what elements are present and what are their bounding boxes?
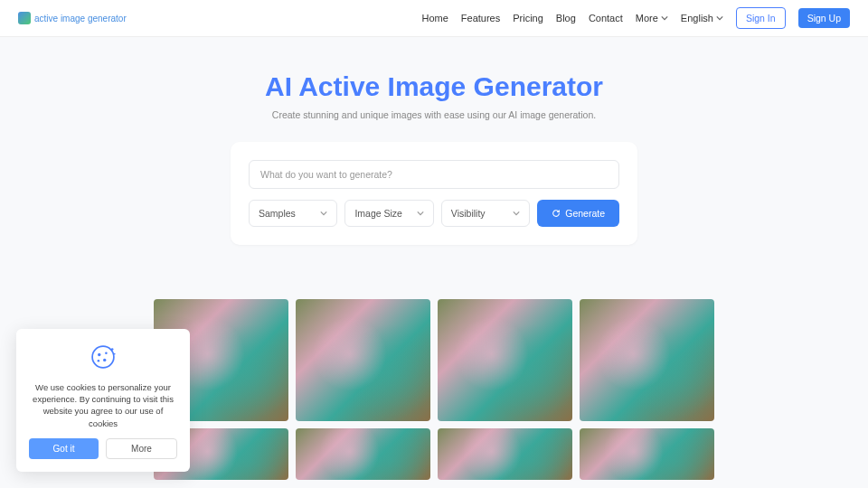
cookie-text: We use cookies to personalize your exper…	[29, 381, 177, 429]
nav-pricing[interactable]: Pricing	[513, 13, 543, 23]
header: active image generator Home Features Pri…	[0, 0, 868, 37]
visibility-select[interactable]: Visibility	[441, 200, 530, 227]
chevron-down-icon	[513, 210, 520, 217]
nav: Home Features Pricing Blog Contact More …	[421, 7, 850, 29]
gallery-thumb[interactable]	[438, 299, 572, 421]
samples-select[interactable]: Samples	[249, 200, 337, 227]
gallery-thumb[interactable]	[580, 299, 714, 421]
samples-label: Samples	[259, 208, 296, 219]
cookie-icon	[88, 342, 118, 372]
gallery-thumb[interactable]	[580, 428, 714, 480]
prompt-card: Samples Image Size Visibility Generate	[231, 142, 637, 245]
svg-point-1	[98, 353, 100, 356]
hero: AI Active Image Generator Create stunnin…	[0, 37, 868, 263]
nav-language[interactable]: English	[681, 13, 723, 23]
imagesize-select[interactable]: Image Size	[344, 200, 433, 227]
gallery-thumb[interactable]	[438, 428, 572, 480]
visibility-label: Visibility	[451, 208, 486, 219]
logo-text: active image generator	[34, 14, 127, 23]
header-inner: active image generator Home Features Pri…	[0, 0, 868, 36]
nav-language-label: English	[681, 13, 713, 23]
imagesize-label: Image Size	[354, 208, 402, 219]
cookie-gotit-button[interactable]: Got it	[29, 438, 99, 459]
signup-button[interactable]: Sign Up	[798, 8, 850, 28]
nav-blog[interactable]: Blog	[556, 13, 576, 23]
svg-point-3	[103, 359, 106, 361]
logo-icon	[18, 12, 31, 24]
svg-point-6	[114, 353, 116, 355]
signin-button[interactable]: Sign In	[736, 7, 786, 29]
refresh-icon	[552, 209, 561, 218]
nav-home[interactable]: Home	[421, 13, 448, 23]
nav-more-label: More	[636, 13, 658, 23]
svg-point-2	[105, 352, 108, 354]
nav-contact[interactable]: Contact	[589, 13, 623, 23]
cookie-buttons: Got it More	[29, 438, 177, 459]
hero-title: AI Active Image Generator	[18, 71, 850, 102]
generate-label: Generate	[565, 208, 605, 219]
gallery-thumb[interactable]	[296, 428, 430, 480]
svg-point-4	[98, 360, 100, 362]
gallery	[136, 299, 732, 488]
chevron-down-icon	[320, 210, 327, 217]
prompt-row: Samples Image Size Visibility Generate	[249, 200, 619, 227]
cookie-banner: We use cookies to personalize your exper…	[16, 329, 190, 472]
generate-button[interactable]: Generate	[537, 200, 619, 227]
nav-more[interactable]: More	[636, 13, 668, 23]
svg-point-5	[111, 348, 114, 351]
gallery-thumb[interactable]	[296, 299, 430, 421]
chevron-down-icon	[417, 210, 424, 217]
chevron-down-icon	[716, 14, 723, 22]
hero-subtitle: Create stunning and unique images with e…	[18, 109, 850, 120]
svg-point-0	[92, 346, 114, 368]
logo[interactable]: active image generator	[18, 12, 127, 24]
cookie-more-button[interactable]: More	[106, 438, 177, 459]
chevron-down-icon	[661, 14, 668, 22]
nav-features[interactable]: Features	[461, 13, 500, 23]
prompt-input[interactable]	[249, 160, 619, 189]
